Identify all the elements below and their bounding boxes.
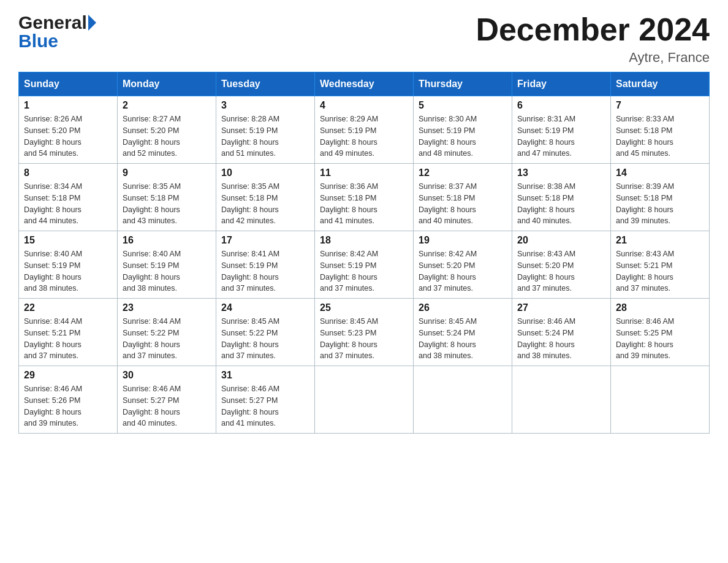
calendar-day-cell: [611, 366, 710, 434]
day-info: Sunrise: 8:27 AM Sunset: 5:20 PM Dayligh…: [123, 113, 211, 159]
day-number: 21: [616, 235, 704, 246]
day-info: Sunrise: 8:46 AM Sunset: 5:27 PM Dayligh…: [123, 383, 211, 429]
day-number: 9: [123, 167, 211, 178]
calendar-day-cell: 17 Sunrise: 8:41 AM Sunset: 5:19 PM Dayl…: [216, 231, 315, 299]
title-block: December 2024 Aytre, France: [476, 12, 710, 66]
calendar-day-cell: 29 Sunrise: 8:46 AM Sunset: 5:26 PM Dayl…: [19, 366, 118, 434]
day-number: 24: [221, 302, 309, 313]
day-number: 13: [517, 167, 605, 178]
logo: General Blue: [18, 12, 96, 52]
day-info: Sunrise: 8:37 AM Sunset: 5:18 PM Dayligh…: [419, 181, 507, 227]
day-number: 30: [123, 370, 211, 381]
calendar-header-cell: Thursday: [414, 72, 512, 96]
logo-triangle-icon: [88, 15, 96, 31]
calendar-day-cell: 7 Sunrise: 8:33 AM Sunset: 5:18 PM Dayli…: [611, 96, 710, 164]
calendar-day-cell: 5 Sunrise: 8:30 AM Sunset: 5:19 PM Dayli…: [414, 96, 512, 164]
day-number: 28: [616, 302, 704, 313]
day-info: Sunrise: 8:31 AM Sunset: 5:19 PM Dayligh…: [517, 113, 605, 159]
day-info: Sunrise: 8:40 AM Sunset: 5:19 PM Dayligh…: [24, 248, 112, 294]
day-number: 5: [419, 100, 507, 111]
day-number: 17: [221, 235, 309, 246]
calendar-body: 1 Sunrise: 8:26 AM Sunset: 5:20 PM Dayli…: [19, 96, 710, 434]
day-number: 25: [320, 302, 408, 313]
calendar-day-cell: 20 Sunrise: 8:43 AM Sunset: 5:20 PM Dayl…: [512, 231, 611, 299]
calendar-day-cell: 6 Sunrise: 8:31 AM Sunset: 5:19 PM Dayli…: [512, 96, 611, 164]
day-info: Sunrise: 8:45 AM Sunset: 5:23 PM Dayligh…: [320, 316, 408, 362]
day-info: Sunrise: 8:29 AM Sunset: 5:19 PM Dayligh…: [320, 113, 408, 159]
day-info: Sunrise: 8:44 AM Sunset: 5:21 PM Dayligh…: [24, 316, 112, 362]
calendar-week-row: 15 Sunrise: 8:40 AM Sunset: 5:19 PM Dayl…: [19, 231, 710, 299]
day-info: Sunrise: 8:28 AM Sunset: 5:19 PM Dayligh…: [221, 113, 309, 159]
day-info: Sunrise: 8:36 AM Sunset: 5:18 PM Dayligh…: [320, 181, 408, 227]
calendar-day-cell: 18 Sunrise: 8:42 AM Sunset: 5:19 PM Dayl…: [315, 231, 414, 299]
calendar-day-cell: 23 Sunrise: 8:44 AM Sunset: 5:22 PM Dayl…: [118, 299, 216, 366]
calendar-header-cell: Wednesday: [315, 72, 414, 96]
day-info: Sunrise: 8:46 AM Sunset: 5:26 PM Dayligh…: [24, 383, 112, 429]
calendar-title: December 2024: [476, 12, 710, 47]
day-info: Sunrise: 8:46 AM Sunset: 5:25 PM Dayligh…: [616, 316, 704, 362]
calendar-day-cell: 3 Sunrise: 8:28 AM Sunset: 5:19 PM Dayli…: [216, 96, 315, 164]
day-number: 2: [123, 100, 211, 111]
calendar-day-cell: 28 Sunrise: 8:46 AM Sunset: 5:25 PM Dayl…: [611, 299, 710, 366]
day-number: 29: [24, 370, 112, 381]
day-info: Sunrise: 8:35 AM Sunset: 5:18 PM Dayligh…: [123, 181, 211, 227]
day-info: Sunrise: 8:45 AM Sunset: 5:22 PM Dayligh…: [221, 316, 309, 362]
calendar-day-cell: 31 Sunrise: 8:46 AM Sunset: 5:27 PM Dayl…: [216, 366, 315, 434]
calendar-day-cell: 21 Sunrise: 8:43 AM Sunset: 5:21 PM Dayl…: [611, 231, 710, 299]
day-info: Sunrise: 8:35 AM Sunset: 5:18 PM Dayligh…: [221, 181, 309, 227]
day-number: 11: [320, 167, 408, 178]
calendar-day-cell: 22 Sunrise: 8:44 AM Sunset: 5:21 PM Dayl…: [19, 299, 118, 366]
calendar-day-cell: 2 Sunrise: 8:27 AM Sunset: 5:20 PM Dayli…: [118, 96, 216, 164]
day-number: 22: [24, 302, 112, 313]
calendar-day-cell: 26 Sunrise: 8:45 AM Sunset: 5:24 PM Dayl…: [414, 299, 512, 366]
calendar-day-cell: 9 Sunrise: 8:35 AM Sunset: 5:18 PM Dayli…: [118, 164, 216, 231]
calendar-day-cell: 27 Sunrise: 8:46 AM Sunset: 5:24 PM Dayl…: [512, 299, 611, 366]
day-info: Sunrise: 8:45 AM Sunset: 5:24 PM Dayligh…: [419, 316, 507, 362]
day-number: 6: [517, 100, 605, 111]
day-info: Sunrise: 8:42 AM Sunset: 5:20 PM Dayligh…: [419, 248, 507, 294]
calendar-table: SundayMondayTuesdayWednesdayThursdayFrid…: [18, 72, 710, 434]
location-subtitle: Aytre, France: [476, 50, 710, 66]
day-info: Sunrise: 8:33 AM Sunset: 5:18 PM Dayligh…: [616, 113, 704, 159]
calendar-day-cell: 19 Sunrise: 8:42 AM Sunset: 5:20 PM Dayl…: [414, 231, 512, 299]
calendar-header-cell: Friday: [512, 72, 611, 96]
day-number: 23: [123, 302, 211, 313]
day-info: Sunrise: 8:44 AM Sunset: 5:22 PM Dayligh…: [123, 316, 211, 362]
day-number: 7: [616, 100, 704, 111]
calendar-day-cell: 12 Sunrise: 8:37 AM Sunset: 5:18 PM Dayl…: [414, 164, 512, 231]
calendar-header-cell: Tuesday: [216, 72, 315, 96]
day-info: Sunrise: 8:40 AM Sunset: 5:19 PM Dayligh…: [123, 248, 211, 294]
day-info: Sunrise: 8:41 AM Sunset: 5:19 PM Dayligh…: [221, 248, 309, 294]
calendar-day-cell: 1 Sunrise: 8:26 AM Sunset: 5:20 PM Dayli…: [19, 96, 118, 164]
day-info: Sunrise: 8:39 AM Sunset: 5:18 PM Dayligh…: [616, 181, 704, 227]
calendar-header-row: SundayMondayTuesdayWednesdayThursdayFrid…: [19, 72, 710, 96]
calendar-day-cell: 10 Sunrise: 8:35 AM Sunset: 5:18 PM Dayl…: [216, 164, 315, 231]
day-info: Sunrise: 8:34 AM Sunset: 5:18 PM Dayligh…: [24, 181, 112, 227]
day-number: 31: [221, 370, 309, 381]
calendar-day-cell: 25 Sunrise: 8:45 AM Sunset: 5:23 PM Dayl…: [315, 299, 414, 366]
day-info: Sunrise: 8:43 AM Sunset: 5:20 PM Dayligh…: [517, 248, 605, 294]
calendar-day-cell: 4 Sunrise: 8:29 AM Sunset: 5:19 PM Dayli…: [315, 96, 414, 164]
calendar-header-cell: Saturday: [611, 72, 710, 96]
calendar-day-cell: [512, 366, 611, 434]
day-number: 1: [24, 100, 112, 111]
calendar-header-cell: Monday: [118, 72, 216, 96]
calendar-day-cell: 30 Sunrise: 8:46 AM Sunset: 5:27 PM Dayl…: [118, 366, 216, 434]
page-header: General Blue December 2024 Aytre, France: [18, 12, 710, 66]
day-number: 18: [320, 235, 408, 246]
day-number: 3: [221, 100, 309, 111]
calendar-day-cell: 15 Sunrise: 8:40 AM Sunset: 5:19 PM Dayl…: [19, 231, 118, 299]
day-info: Sunrise: 8:43 AM Sunset: 5:21 PM Dayligh…: [616, 248, 704, 294]
day-number: 19: [419, 235, 507, 246]
calendar-day-cell: 16 Sunrise: 8:40 AM Sunset: 5:19 PM Dayl…: [118, 231, 216, 299]
day-number: 4: [320, 100, 408, 111]
day-number: 15: [24, 235, 112, 246]
calendar-week-row: 1 Sunrise: 8:26 AM Sunset: 5:20 PM Dayli…: [19, 96, 710, 164]
day-info: Sunrise: 8:46 AM Sunset: 5:27 PM Dayligh…: [221, 383, 309, 429]
day-number: 14: [616, 167, 704, 178]
calendar-day-cell: [315, 366, 414, 434]
calendar-day-cell: 24 Sunrise: 8:45 AM Sunset: 5:22 PM Dayl…: [216, 299, 315, 366]
calendar-day-cell: 11 Sunrise: 8:36 AM Sunset: 5:18 PM Dayl…: [315, 164, 414, 231]
calendar-day-cell: [414, 366, 512, 434]
calendar-week-row: 22 Sunrise: 8:44 AM Sunset: 5:21 PM Dayl…: [19, 299, 710, 366]
